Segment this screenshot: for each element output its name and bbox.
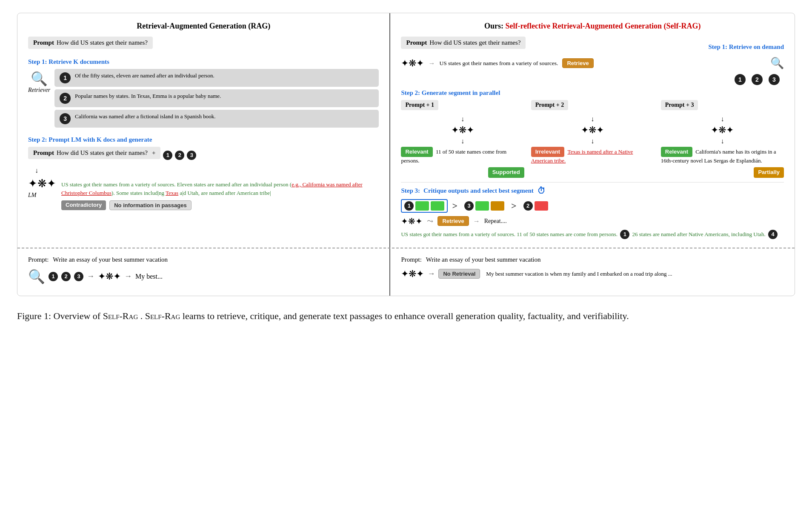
lm-section: ✦❋✦ LM US states got their names from a … [28,177,379,210]
right-title-ours: Ours: [484,22,503,30]
score-group-1: 1 [401,199,448,213]
doc-text-2: Popular names by states. In Texas, Emma … [75,93,221,100]
lm-network-icon: ✦❋✦ [28,177,56,190]
right-step2-label: Step 2: Generate segment in parallel [401,89,784,97]
arrow-down-left: ↓ [35,167,379,174]
badge-no-retrieval: No Retrieval [438,269,480,279]
underline-california: e.g., California was named after Christo… [61,181,363,196]
col3-content: Relevant California's name has its origi… [661,147,784,178]
left-prompt2-text: How did US states get their names? [57,149,148,157]
docs-list: 1 Of the fifty states, eleven are named … [54,69,379,130]
prompt2-num3: 3 [187,151,196,160]
figure-text3: learns to retrieve, critique, and genera… [183,311,629,321]
final-num-4: 4 [768,230,778,239]
bottom-right-prompt-label: Prompt: [401,256,421,263]
arrow-down-col3b: ↓ [661,137,784,145]
green-rect-3 [475,201,489,211]
bottom-left-output: My best... [135,273,163,280]
lm-icon-repeat: ✦❋✦ [401,216,423,226]
arrow-down-col1b: ↓ [401,137,524,145]
doc-num-3: 3 [60,113,71,124]
bottom-num-2: 2 [61,272,71,281]
bottom-left-prompt-row: Prompt: Write an essay of your best summ… [28,256,379,263]
figure-text1: Overview of [54,311,103,321]
right-panel: Ours: Self-reflective Retrieval-Augmente… [390,13,795,248]
repeat-row: ✦❋✦ ⤳ Retrieve → Repeat.... [401,216,784,226]
bottom-right-lm-icon: ✦❋✦ [401,268,424,280]
score-num-1: 1 [404,201,414,211]
gt-sign-2: > [511,200,517,211]
bottom-right-output: My best summer vacation is when my famil… [486,271,672,277]
retrieve-nums: 1 2 3 [401,74,784,85]
bottom-right-prompt-row: Prompt: Write an essay of your best summ… [401,256,784,263]
prompt2-num2: 2 [175,151,184,160]
bottom-right-num-row: ✦❋✦ → No Retrieval My best summer vacati… [401,268,784,280]
right-step3-label: Step 3: Critique outputs and select best… [401,186,784,196]
green-rect-2 [431,201,444,211]
initial-gen-text: US states got their names from a variety… [439,60,558,67]
doc-text-1: Of the fifty states, eleven are named af… [75,72,214,79]
arrow-down-col3: ↓ [661,115,784,123]
left-prompt2-label: Prompt [33,149,54,157]
badge-no-info: No information in passages [109,200,191,210]
doc-box-1: 1 Of the fifty states, eleven are named … [54,69,379,87]
score-group-2: 2 [521,200,551,212]
right-title-selfrag: Self-reflective Retrieval-Augmented Gene… [505,22,662,30]
badge-retrieve-1: Retrieve [562,58,593,68]
arrow-right-1: → [428,60,435,67]
retrieve-nums-row: 🔍 [598,57,784,70]
retrieve-num-2: 2 [752,74,763,85]
bottom-num-1: 1 [49,272,58,281]
right-prompt-row: Prompt How did US states get their names… [401,37,784,53]
green-rect-1 [415,201,429,211]
left-prompt-label: Prompt [33,39,54,46]
badge-retrieve-repeat: Retrieve [437,216,469,226]
final-num-1: 1 [620,230,629,239]
arrow-down-col2: ↓ [531,115,654,123]
prompt-plus-1: Prompt + 1 [401,100,438,110]
badge-supported: Supported [488,167,524,177]
figure-selfrag1: Self-Rag [103,311,138,321]
red-rect-1 [535,201,548,211]
right-lm-icon-1: ✦❋✦ [401,58,424,69]
doc-box-2: 2 Popular names by states. In Texas, Emm… [54,89,379,107]
doc-num-2: 2 [60,93,71,104]
retrieve-num-1: 1 [735,74,746,85]
doc-box-3: 3 California was named after a fictional… [54,110,379,128]
bottom-section: Prompt: Write an essay of your best summ… [17,248,795,296]
gt-sign-1: > [452,200,457,211]
prompt2-num1: 1 [163,151,172,160]
badge-contradictory: Contradictory [61,200,106,210]
score-num-2: 2 [523,201,533,211]
retriever-row: 🔍 Retriever 1 Of the fifty states, eleve… [28,69,379,130]
figure-label: Figure 1: [17,311,51,321]
left-panel: Retrieval-Augmented Generation (RAG) Pro… [17,13,390,248]
retrieve-num-3: 3 [769,74,780,85]
col2-content: Irrelevant Texas is named after a Native… [531,147,654,165]
score-row: 1 > 3 > 2 [401,199,784,213]
arrow-right-bottom2: → [124,272,132,281]
right-panel-title: Ours: Self-reflective Retrieval-Augmente… [401,22,784,31]
left-prompt-box: Prompt How did US states get their names… [28,37,153,49]
score-group-3: 3 [462,200,507,212]
left-prompt-text: How did US states get their names? [57,39,148,46]
badge-relevant-1: Relevant [401,147,432,157]
orange-rect-1 [491,201,504,211]
right-prompt-box: Prompt How did US states get their names… [401,37,526,49]
badge-partially: Partially [754,167,784,177]
lm-icon-col1: ✦❋✦ [401,125,524,136]
left-step1-label: Step 1: Retrieve K documents [28,58,379,66]
col-2: Prompt + 2 ↓ ✦❋✦ ↓ Irrelevant Texas is n… [531,100,654,178]
arrow-down-col2b: ↓ [531,137,654,145]
bottom-left: Prompt: Write an essay of your best summ… [17,248,390,296]
top-section: Retrieval-Augmented Generation (RAG) Pro… [17,13,795,248]
search-icon: 🔍 [31,71,48,87]
bottom-lm-icon: ✦❋✦ [98,271,121,282]
figure-selfrag2: Self-Rag [145,311,180,321]
left-step2-label: Step 2: Prompt LM with K docs and genera… [28,136,379,143]
underline-texas: Texas [166,190,178,196]
lm-label: LM [28,192,56,199]
generated-text-left: US states got their names from a variety… [61,180,379,197]
arrow-down-col1: ↓ [401,115,524,123]
doc-num-1: 1 [60,72,71,83]
